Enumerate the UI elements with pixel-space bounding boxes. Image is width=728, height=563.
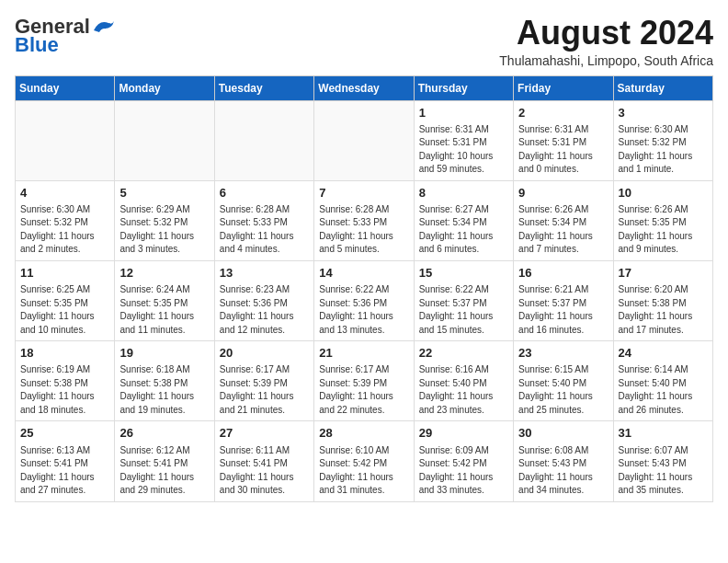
day-info: Sunrise: 6:28 AM Sunset: 5:33 PM Dayligh…	[319, 203, 408, 257]
calendar-cell: 4Sunrise: 6:30 AM Sunset: 5:32 PM Daylig…	[16, 180, 115, 260]
day-number: 23	[518, 345, 608, 362]
day-number: 10	[619, 185, 708, 201]
calendar-cell: 2Sunrise: 6:31 AM Sunset: 5:31 PM Daylig…	[514, 100, 613, 180]
day-number: 31	[619, 425, 708, 442]
calendar-cell: 6Sunrise: 6:28 AM Sunset: 5:33 PM Daylig…	[214, 180, 313, 260]
day-info: Sunrise: 6:17 AM Sunset: 5:39 PM Dayligh…	[319, 363, 408, 417]
week-row-5: 25Sunrise: 6:13 AM Sunset: 5:41 PM Dayli…	[16, 421, 713, 501]
weekday-header-row: SundayMondayTuesdayWednesdayThursdayFrid…	[16, 75, 713, 100]
calendar-cell	[214, 100, 313, 180]
weekday-header-tuesday: Tuesday	[214, 75, 313, 100]
calendar-cell: 7Sunrise: 6:28 AM Sunset: 5:33 PM Daylig…	[314, 180, 414, 260]
calendar-cell: 17Sunrise: 6:20 AM Sunset: 5:38 PM Dayli…	[613, 260, 712, 340]
day-info: Sunrise: 6:20 AM Sunset: 5:38 PM Dayligh…	[619, 283, 708, 337]
day-info: Sunrise: 6:30 AM Sunset: 5:32 PM Dayligh…	[20, 203, 109, 257]
weekday-header-wednesday: Wednesday	[314, 75, 414, 100]
page-header: General Blue August 2024 Thulamahashi, L…	[15, 15, 713, 68]
day-info: Sunrise: 6:12 AM Sunset: 5:41 PM Dayligh…	[119, 444, 209, 498]
calendar-cell: 1Sunrise: 6:31 AM Sunset: 5:31 PM Daylig…	[414, 100, 513, 180]
location: Thulamahashi, Limpopo, South Africa	[499, 53, 713, 68]
day-number: 21	[319, 345, 408, 362]
day-number: 26	[119, 425, 209, 442]
day-info: Sunrise: 6:15 AM Sunset: 5:40 PM Dayligh…	[518, 363, 608, 417]
calendar-cell: 26Sunrise: 6:12 AM Sunset: 5:41 PM Dayli…	[115, 421, 214, 501]
calendar-cell: 18Sunrise: 6:19 AM Sunset: 5:38 PM Dayli…	[16, 341, 115, 421]
weekday-header-friday: Friday	[514, 75, 613, 100]
calendar-cell: 12Sunrise: 6:24 AM Sunset: 5:35 PM Dayli…	[115, 260, 214, 340]
weekday-header-sunday: Sunday	[16, 75, 115, 100]
week-row-1: 1Sunrise: 6:31 AM Sunset: 5:31 PM Daylig…	[16, 100, 713, 180]
day-number: 12	[119, 265, 209, 282]
day-number: 25	[20, 425, 109, 442]
day-info: Sunrise: 6:16 AM Sunset: 5:40 PM Dayligh…	[419, 363, 508, 417]
day-number: 28	[319, 425, 408, 442]
calendar-cell: 31Sunrise: 6:07 AM Sunset: 5:43 PM Dayli…	[613, 421, 712, 501]
day-number: 24	[619, 345, 708, 362]
week-row-4: 18Sunrise: 6:19 AM Sunset: 5:38 PM Dayli…	[16, 341, 713, 421]
day-info: Sunrise: 6:08 AM Sunset: 5:43 PM Dayligh…	[518, 444, 608, 498]
day-info: Sunrise: 6:30 AM Sunset: 5:32 PM Dayligh…	[619, 123, 708, 177]
day-number: 22	[419, 345, 508, 362]
calendar-cell: 3Sunrise: 6:30 AM Sunset: 5:32 PM Daylig…	[613, 100, 712, 180]
calendar-cell: 29Sunrise: 6:09 AM Sunset: 5:42 PM Dayli…	[414, 421, 513, 501]
day-info: Sunrise: 6:26 AM Sunset: 5:35 PM Dayligh…	[619, 203, 708, 257]
day-info: Sunrise: 6:31 AM Sunset: 5:31 PM Dayligh…	[419, 123, 508, 177]
calendar-cell: 11Sunrise: 6:25 AM Sunset: 5:35 PM Dayli…	[16, 260, 115, 340]
day-info: Sunrise: 6:13 AM Sunset: 5:41 PM Dayligh…	[20, 444, 109, 498]
day-number: 11	[20, 265, 109, 282]
calendar-cell: 19Sunrise: 6:18 AM Sunset: 5:38 PM Dayli…	[115, 341, 214, 421]
calendar-cell: 25Sunrise: 6:13 AM Sunset: 5:41 PM Dayli…	[16, 421, 115, 501]
day-info: Sunrise: 6:24 AM Sunset: 5:35 PM Dayligh…	[119, 283, 209, 337]
calendar-cell: 20Sunrise: 6:17 AM Sunset: 5:39 PM Dayli…	[214, 341, 313, 421]
week-row-3: 11Sunrise: 6:25 AM Sunset: 5:35 PM Dayli…	[16, 260, 713, 340]
day-number: 9	[518, 185, 608, 201]
calendar-cell: 14Sunrise: 6:22 AM Sunset: 5:36 PM Dayli…	[314, 260, 414, 340]
calendar-cell	[115, 100, 214, 180]
day-info: Sunrise: 6:22 AM Sunset: 5:37 PM Dayligh…	[419, 283, 508, 337]
month-title: August 2024	[499, 15, 713, 52]
weekday-header-saturday: Saturday	[613, 75, 712, 100]
day-number: 30	[518, 425, 608, 442]
logo-bird-icon	[92, 17, 116, 36]
day-info: Sunrise: 6:25 AM Sunset: 5:35 PM Dayligh…	[20, 283, 109, 337]
day-number: 5	[119, 185, 209, 201]
day-info: Sunrise: 6:10 AM Sunset: 5:42 PM Dayligh…	[319, 444, 408, 498]
day-number: 20	[220, 345, 309, 362]
calendar-cell: 8Sunrise: 6:27 AM Sunset: 5:34 PM Daylig…	[414, 180, 513, 260]
day-number: 4	[20, 185, 109, 201]
day-info: Sunrise: 6:07 AM Sunset: 5:43 PM Dayligh…	[619, 444, 708, 498]
calendar-cell: 23Sunrise: 6:15 AM Sunset: 5:40 PM Dayli…	[514, 341, 613, 421]
day-number: 3	[619, 105, 708, 121]
day-number: 7	[319, 185, 408, 201]
day-number: 17	[619, 265, 708, 282]
day-info: Sunrise: 6:29 AM Sunset: 5:32 PM Dayligh…	[119, 203, 209, 257]
calendar-cell: 5Sunrise: 6:29 AM Sunset: 5:32 PM Daylig…	[115, 180, 214, 260]
calendar-table: SundayMondayTuesdayWednesdayThursdayFrid…	[15, 75, 713, 502]
calendar-cell: 16Sunrise: 6:21 AM Sunset: 5:37 PM Dayli…	[514, 260, 613, 340]
day-number: 6	[220, 185, 309, 201]
day-info: Sunrise: 6:31 AM Sunset: 5:31 PM Dayligh…	[518, 123, 608, 177]
day-number: 29	[419, 425, 508, 442]
day-info: Sunrise: 6:17 AM Sunset: 5:39 PM Dayligh…	[220, 363, 309, 417]
title-area: August 2024 Thulamahashi, Limpopo, South…	[499, 15, 713, 68]
day-info: Sunrise: 6:26 AM Sunset: 5:34 PM Dayligh…	[518, 203, 608, 257]
calendar-cell: 21Sunrise: 6:17 AM Sunset: 5:39 PM Dayli…	[314, 341, 414, 421]
calendar-cell	[16, 100, 115, 180]
day-info: Sunrise: 6:11 AM Sunset: 5:41 PM Dayligh…	[220, 444, 309, 498]
day-number: 19	[119, 345, 209, 362]
day-info: Sunrise: 6:19 AM Sunset: 5:38 PM Dayligh…	[20, 363, 109, 417]
calendar-cell: 15Sunrise: 6:22 AM Sunset: 5:37 PM Dayli…	[414, 260, 513, 340]
logo: General Blue	[15, 15, 116, 57]
day-info: Sunrise: 6:22 AM Sunset: 5:36 PM Dayligh…	[319, 283, 408, 337]
calendar-cell: 10Sunrise: 6:26 AM Sunset: 5:35 PM Dayli…	[613, 180, 712, 260]
day-number: 8	[419, 185, 508, 201]
day-info: Sunrise: 6:09 AM Sunset: 5:42 PM Dayligh…	[419, 444, 508, 498]
day-number: 1	[419, 105, 508, 121]
calendar-cell	[314, 100, 414, 180]
day-info: Sunrise: 6:21 AM Sunset: 5:37 PM Dayligh…	[518, 283, 608, 337]
day-number: 14	[319, 265, 408, 282]
calendar-cell: 22Sunrise: 6:16 AM Sunset: 5:40 PM Dayli…	[414, 341, 513, 421]
day-number: 18	[20, 345, 109, 362]
day-info: Sunrise: 6:27 AM Sunset: 5:34 PM Dayligh…	[419, 203, 508, 257]
day-number: 13	[220, 265, 309, 282]
